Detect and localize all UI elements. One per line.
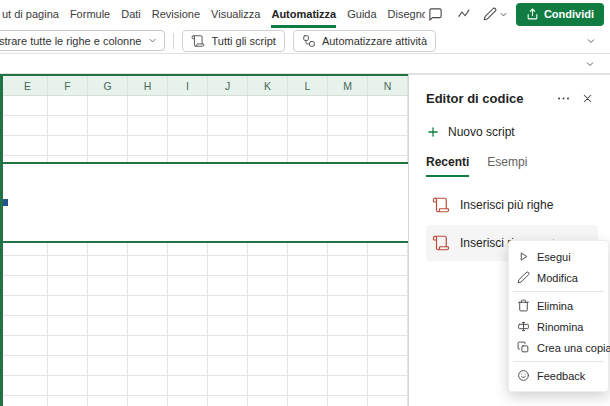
table-region[interactable] xyxy=(0,162,408,243)
share-button[interactable]: Condividi xyxy=(516,3,604,26)
plus-icon xyxy=(426,125,440,139)
grid-cells[interactable] xyxy=(0,96,408,406)
activity-icon xyxy=(457,7,472,22)
menu-item-label: Crea una copia xyxy=(537,342,610,354)
menu-item-rename[interactable]: Rinomina xyxy=(509,316,608,337)
pencil-icon xyxy=(483,7,497,21)
formula-bar-collapsed xyxy=(0,54,610,74)
menu-item-delete[interactable]: Elimina xyxy=(509,295,608,316)
column-header[interactable]: I xyxy=(168,76,208,95)
expand-bar-button[interactable] xyxy=(579,53,601,75)
tab-data[interactable]: Dati xyxy=(121,0,141,28)
script-list-item[interactable]: Inserisci più righe xyxy=(426,187,598,223)
play-icon xyxy=(517,250,530,263)
script-scroll-icon xyxy=(432,196,450,214)
view-selector-label: strare tutte le righe e colonne xyxy=(0,35,141,47)
workflow-icon xyxy=(302,34,316,48)
chevron-down-icon xyxy=(585,35,597,47)
tab-automate[interactable]: Automatizza xyxy=(271,0,336,28)
script-scroll-icon xyxy=(432,234,450,252)
column-header[interactable]: K xyxy=(248,76,288,95)
column-header[interactable]: F xyxy=(48,76,88,95)
tab-help[interactable]: Guida xyxy=(347,0,376,28)
panel-header: Editor di codice xyxy=(426,87,598,109)
script-icon xyxy=(191,34,205,48)
panel-close-button[interactable] xyxy=(576,87,598,109)
script-context-menu: Esegui Modifica Elimina Rinomina Crea u xyxy=(508,240,609,392)
menu-item-edit[interactable]: Modifica xyxy=(509,267,608,288)
tab-page-layout[interactable]: ut di pagina xyxy=(2,0,59,28)
trash-icon xyxy=(517,299,530,312)
smiley-icon xyxy=(517,369,530,382)
ribbon-tabs: ut di pagina Formule Dati Revisione Visu… xyxy=(2,0,425,28)
all-scripts-label: Tutti gli script xyxy=(211,35,275,47)
editing-mode-dropdown[interactable] xyxy=(483,7,509,21)
column-header[interactable]: E xyxy=(8,76,48,95)
sheet-left-border xyxy=(0,76,3,406)
all-scripts-button[interactable]: Tutti gli script xyxy=(182,30,284,52)
chevron-down-icon xyxy=(147,35,158,46)
show-changes-button[interactable] xyxy=(454,3,476,25)
new-script-button[interactable]: Nuovo script xyxy=(426,125,598,139)
script-name: Inserisci più righe xyxy=(460,198,592,212)
tab-formulas[interactable]: Formule xyxy=(70,0,110,28)
menu-divider xyxy=(513,361,604,362)
share-icon xyxy=(526,8,539,21)
column-header[interactable]: N xyxy=(368,76,408,95)
menu-item-label: Elimina xyxy=(537,300,573,312)
automate-task-label: Automatizzare attività xyxy=(322,35,427,47)
tab-recent-scripts[interactable]: Recenti xyxy=(426,155,469,177)
panel-more-button[interactable] xyxy=(552,87,574,109)
selection-handle xyxy=(3,199,8,206)
more-dots-icon xyxy=(556,91,571,106)
tab-review[interactable]: Revisione xyxy=(152,0,200,28)
comment-icon xyxy=(428,7,443,22)
column-header[interactable]: L xyxy=(288,76,328,95)
menu-divider xyxy=(513,291,604,292)
panel-tabs: Recenti Esempi xyxy=(426,155,598,177)
menu-item-copy[interactable]: Crea una copia xyxy=(509,337,608,358)
view-selector-combobox[interactable]: strare tutte le righe e colonne xyxy=(0,30,165,51)
copy-icon xyxy=(517,341,530,354)
column-header[interactable]: G xyxy=(88,76,128,95)
ribbon-toolbar: strare tutte le righe e colonne Tutti gl… xyxy=(0,28,610,54)
menu-item-feedback[interactable]: Feedback xyxy=(509,365,608,386)
menu-item-label: Feedback xyxy=(537,370,585,382)
tab-draw[interactable]: Disegno xyxy=(388,0,425,28)
menu-item-label: Modifica xyxy=(537,272,578,284)
chevron-down-icon xyxy=(498,9,509,20)
automate-task-button[interactable]: Automatizzare attività xyxy=(293,30,436,52)
excel-window: ut di pagina Formule Dati Revisione Visu… xyxy=(0,0,610,406)
column-header[interactable]: J xyxy=(208,76,248,95)
panel-title: Editor di codice xyxy=(426,91,524,106)
rename-icon xyxy=(517,320,530,333)
new-script-label: Nuovo script xyxy=(448,125,515,139)
menu-item-run[interactable]: Esegui xyxy=(509,246,608,267)
ribbon-tabbar: ut di pagina Formule Dati Revisione Visu… xyxy=(0,0,610,28)
chevron-down-icon xyxy=(584,58,596,70)
column-header[interactable]: M xyxy=(328,76,368,95)
toolbar-divider xyxy=(173,33,174,49)
comments-button[interactable] xyxy=(425,3,447,25)
column-headers: E F G H I J K L M N xyxy=(0,76,408,96)
menu-item-label: Esegui xyxy=(537,251,571,263)
tab-view[interactable]: Visualizza xyxy=(211,0,260,28)
spreadsheet-grid[interactable]: E F G H I J K L M N xyxy=(0,74,408,406)
tab-sample-scripts[interactable]: Esempi xyxy=(487,155,527,177)
menu-item-label: Rinomina xyxy=(537,321,583,333)
ribbon-collapse-button[interactable] xyxy=(580,30,602,52)
column-header[interactable]: H xyxy=(128,76,168,95)
pencil-icon xyxy=(517,271,530,284)
ribbon-actions: Condividi xyxy=(425,0,604,28)
share-button-label: Condividi xyxy=(544,8,594,20)
close-icon xyxy=(581,92,594,105)
